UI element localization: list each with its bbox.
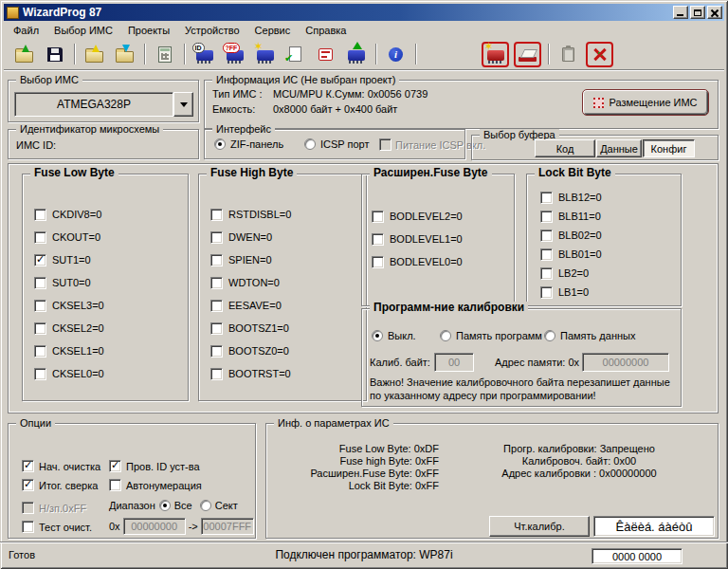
menu-item[interactable]: Выбор ИМС — [46, 23, 120, 38]
lock-bit-checkbox[interactable] — [540, 286, 553, 299]
load-project-button[interactable] — [82, 42, 107, 67]
lock-bit-checkbox[interactable] — [540, 229, 553, 242]
lock-bit-row[interactable]: LB1=0 — [540, 283, 681, 302]
check-id-row[interactable]: Пров. ID уст-ва — [109, 460, 200, 472]
fuse-bit-row[interactable]: SUT0=0 — [34, 271, 188, 294]
fuse-bit-checkbox[interactable] — [210, 345, 223, 358]
fuse-bit-checkbox[interactable] — [34, 277, 46, 289]
lock-bit-row[interactable]: BLB11=0 — [540, 207, 681, 226]
calib-progmem-row[interactable]: Память программ — [440, 330, 542, 341]
fuse-bit-row[interactable]: SUT1=0 — [34, 248, 188, 271]
fuse-bit-row[interactable]: BOOTSZ0=0 — [210, 340, 366, 362]
error-log-button[interactable] — [313, 42, 338, 67]
chip-select-combobox[interactable]: ATMEGA328P — [14, 92, 173, 117]
range-from-field[interactable]: 00000000 — [123, 518, 186, 535]
erase-first-checkbox[interactable] — [22, 460, 34, 472]
autonumber-row[interactable]: Автонумерация — [109, 479, 202, 491]
blank-test-checkbox[interactable] — [22, 521, 34, 533]
menu-item[interactable]: Сервис — [247, 23, 299, 38]
icsp-radio[interactable] — [304, 138, 316, 150]
program-chip-button[interactable] — [343, 42, 369, 67]
fuse-bit-row[interactable]: CKSEL0=0 — [34, 362, 188, 385]
fuse-bit-row[interactable]: CKSEL3=0 — [34, 294, 188, 317]
buffer-code-button[interactable]: Код — [535, 139, 595, 157]
close-button[interactable] — [707, 6, 722, 19]
check-id-checkbox[interactable] — [109, 460, 121, 472]
fuse-bit-row[interactable]: SPIEN=0 — [210, 248, 366, 271]
fuse-bit-row[interactable]: CKSEL2=0 — [34, 317, 188, 340]
skip-ff-checkbox[interactable] — [22, 502, 34, 514]
blank-test-row[interactable]: Тест очист. — [22, 521, 92, 533]
lock-bit-checkbox[interactable] — [540, 192, 553, 204]
fuse-bit-row[interactable]: EESAVE=0 — [210, 294, 366, 317]
save-file-button[interactable] — [42, 42, 67, 67]
fuse-bit-row[interactable]: BODLEVEL0=0 — [372, 250, 514, 273]
verify-button[interactable] — [282, 42, 308, 67]
fuse-bit-checkbox[interactable] — [34, 231, 46, 244]
fuse-bit-row[interactable]: RSTDISBL=0 — [210, 203, 366, 226]
fuse-bit-row[interactable]: BOOTRST=0 — [210, 362, 366, 385]
menu-item[interactable]: Справка — [298, 23, 354, 38]
lock-bit-row[interactable]: LB2=0 — [540, 264, 681, 283]
erase-first-row[interactable]: Нач. очистка — [22, 460, 100, 472]
fuse-bit-row[interactable]: CKOUT=0 — [34, 226, 188, 248]
fuse-bit-checkbox[interactable] — [210, 368, 223, 380]
chip-placement-button[interactable]: Размещение ИМС — [583, 90, 708, 115]
fuse-bit-checkbox[interactable] — [34, 300, 46, 312]
open-file-button[interactable] — [11, 42, 37, 67]
fuse-bit-checkbox[interactable] — [34, 209, 46, 221]
read-calib-button[interactable]: Чт.калибр. — [489, 516, 590, 537]
range-all-radio[interactable] — [159, 500, 171, 511]
fuse-bit-checkbox[interactable] — [210, 254, 223, 266]
lock-bit-row[interactable]: BLB02=0 — [540, 226, 681, 245]
zif-radio-row[interactable]: ZIF-панель — [214, 138, 283, 150]
calculator-button[interactable] — [152, 42, 177, 67]
calib-off-radio[interactable] — [372, 330, 383, 341]
fuse-bit-row[interactable]: BOOTSZ1=0 — [210, 317, 366, 340]
fuse-bit-checkbox[interactable] — [372, 211, 384, 223]
range-to-field[interactable]: 00007FFF — [201, 518, 254, 535]
save-project-button[interactable] — [112, 42, 137, 67]
chip-select-dropdown-button[interactable] — [173, 92, 193, 117]
lock-bit-row[interactable]: BLB12=0 — [540, 188, 681, 207]
auto-program-button[interactable] — [482, 42, 509, 67]
fuse-bit-checkbox[interactable] — [372, 233, 384, 246]
buffer-data-button[interactable]: Данные — [596, 139, 642, 157]
fuse-bit-checkbox[interactable] — [34, 368, 46, 380]
lock-bit-checkbox[interactable] — [540, 248, 553, 261]
zif-radio[interactable] — [214, 138, 226, 150]
menu-item[interactable]: Файл — [6, 23, 46, 38]
icsp-radio-row[interactable]: ICSP порт — [304, 138, 370, 150]
menu-item[interactable]: Проекты — [120, 23, 177, 38]
calib-datamem-radio[interactable] — [544, 330, 555, 341]
calib-addr-field[interactable]: 00000000 — [582, 353, 669, 372]
fuse-bit-checkbox[interactable] — [210, 322, 223, 335]
fuse-bit-checkbox[interactable] — [210, 277, 223, 289]
fuse-bit-checkbox[interactable] — [34, 254, 46, 266]
fuse-bit-checkbox[interactable] — [34, 322, 46, 335]
range-sect-radio[interactable] — [200, 500, 211, 511]
erase-chip-button[interactable] — [514, 42, 541, 67]
fuse-bit-checkbox[interactable] — [210, 209, 223, 221]
maximize-button[interactable] — [690, 6, 705, 19]
fuse-bit-row[interactable]: BODLEVEL2=0 — [372, 205, 514, 228]
menu-item[interactable]: Устройство — [177, 23, 247, 38]
verify-after-row[interactable]: Итог. сверка — [22, 479, 98, 491]
autonumber-checkbox[interactable] — [109, 479, 121, 491]
fuse-bit-checkbox[interactable] — [34, 345, 46, 358]
verify-after-checkbox[interactable] — [22, 479, 34, 491]
calib-off-row[interactable]: Выкл. — [372, 330, 416, 341]
fuse-bit-checkbox[interactable] — [372, 256, 384, 268]
exit-button[interactable] — [586, 42, 613, 67]
icsp-power-checkbox[interactable] — [379, 138, 391, 151]
blank-check-button[interactable] — [222, 42, 247, 67]
fuse-bit-checkbox[interactable] — [210, 231, 223, 244]
calib-datamem-row[interactable]: Память данных — [544, 330, 635, 341]
buffer-config-button[interactable]: Конфиг — [643, 139, 695, 157]
read-chip-button[interactable] — [252, 42, 278, 67]
fuse-bit-row[interactable]: BODLEVEL1=0 — [372, 228, 514, 250]
lock-bit-checkbox[interactable] — [540, 267, 553, 280]
fuse-bit-checkbox[interactable] — [210, 300, 223, 312]
lock-bit-checkbox[interactable] — [540, 211, 553, 223]
fuse-bit-row[interactable]: DWEN=0 — [210, 226, 366, 248]
